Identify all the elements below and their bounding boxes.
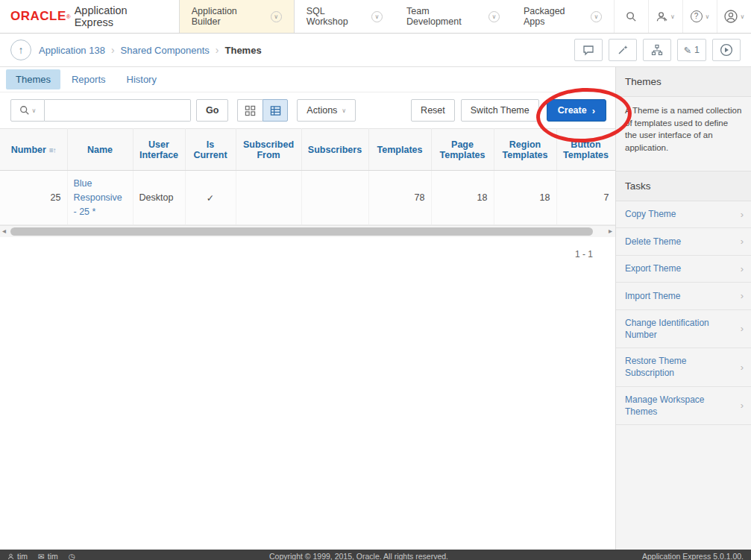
task-label: Manage Workspace Themes	[625, 394, 736, 418]
utilities-button[interactable]	[609, 39, 637, 61]
header-help-menu-button[interactable]: ? ∨	[682, 0, 717, 33]
reset-button[interactable]: Reset	[411, 99, 455, 122]
header-tab-packaged-apps[interactable]: Packaged Apps ∨	[512, 0, 614, 33]
right-sidebar: Themes A Theme is a named collection of …	[615, 67, 751, 550]
task-import-theme[interactable]: Import Theme ›	[616, 283, 751, 310]
footer-mail-name: tim	[48, 552, 58, 560]
column-header-subscribers[interactable]: Subscribers	[301, 129, 368, 171]
actions-label: Actions	[307, 105, 337, 116]
chevron-down-icon: ∨	[670, 13, 675, 20]
run-application-button[interactable]	[712, 39, 741, 61]
header-nav: Application Builder ∨ SQL Workshop ∨ Tea…	[179, 0, 614, 33]
oracle-wordmark: ORACLE	[10, 9, 66, 24]
scroll-right-arrow-icon[interactable]: ▸	[609, 227, 612, 235]
task-manage-workspace-themes[interactable]: Manage Workspace Themes ›	[616, 387, 751, 425]
scrollbar-thumb[interactable]	[10, 227, 593, 236]
feedback-button[interactable]	[574, 39, 603, 61]
cell-templates: 78	[368, 171, 431, 225]
chevron-right-icon: ›	[741, 322, 744, 336]
breadcrumb-application[interactable]: Application 138	[39, 45, 105, 56]
column-header-name[interactable]: Name	[67, 129, 133, 171]
create-button[interactable]: Create ›	[547, 99, 606, 122]
report-view-button[interactable]	[263, 99, 288, 122]
pencil-icon: ✎	[684, 45, 691, 56]
table-row: 25 Blue Responsive - 25 * Desktop ✓ 78 1…	[0, 171, 615, 225]
task-export-theme[interactable]: Export Theme ›	[616, 256, 751, 283]
footer-mail-link[interactable]: ✉ tim	[38, 552, 58, 560]
chevron-right-icon: ›	[741, 399, 744, 412]
cell-number: 25	[0, 171, 67, 225]
user-icon	[7, 553, 14, 560]
header-tab-sql-workshop[interactable]: SQL Workshop ∨	[295, 0, 395, 33]
header-search-button[interactable]	[614, 0, 648, 33]
theme-name-link[interactable]: Blue Responsive - 25 *	[74, 178, 122, 217]
search-group: ∨ Go	[10, 99, 228, 122]
task-change-identification-number[interactable]: Change Identification Number ›	[616, 310, 751, 348]
themes-report-table: Number≡↑ Name User Interface Is Current …	[0, 128, 616, 225]
header-account-menu-button[interactable]: ∨	[717, 0, 751, 33]
sidebar-about-title: Themes	[616, 67, 751, 97]
tasks-list: Copy Theme › Delete Theme › Export Theme…	[616, 201, 751, 425]
column-header-page-templates[interactable]: Page Templates	[431, 129, 494, 171]
chevron-right-icon: ›	[741, 361, 744, 374]
run-play-icon	[720, 43, 733, 57]
task-label: Delete Theme	[625, 236, 681, 248]
cell-user-interface: Desktop	[133, 171, 185, 225]
search-icon	[19, 105, 30, 116]
footer-user-name: tim	[17, 552, 28, 560]
grid-view-icon	[245, 105, 256, 116]
task-restore-theme-subscription[interactable]: Restore Theme Subscription ›	[616, 348, 751, 386]
cell-subscribed-from	[236, 171, 301, 225]
icon-view-button[interactable]	[237, 99, 263, 122]
edit-page-button[interactable]: ✎ 1	[677, 39, 706, 61]
actions-menu-button[interactable]: Actions ∨	[297, 99, 356, 122]
header-tab-application-builder[interactable]: Application Builder ∨	[179, 0, 295, 33]
up-arrow-icon: ↑	[19, 44, 24, 56]
task-copy-theme[interactable]: Copy Theme ›	[616, 201, 751, 229]
footer-session-timer[interactable]: ◷	[69, 552, 75, 560]
column-header-user-interface[interactable]: User Interface	[133, 129, 185, 171]
cell-page-templates: 18	[431, 171, 494, 225]
breadcrumb-bar: ↑ Application 138 › Shared Components › …	[0, 34, 751, 67]
tab-reports[interactable]: Reports	[62, 69, 116, 89]
task-label: Change Identification Number	[625, 317, 736, 341]
task-delete-theme[interactable]: Delete Theme ›	[616, 228, 751, 256]
tab-themes[interactable]: Themes	[6, 69, 60, 89]
header-admin-menu-button[interactable]: ∨	[648, 0, 682, 33]
page-tabs: Themes Reports History	[0, 67, 615, 92]
column-header-subscribed-from[interactable]: Subscribed From	[236, 129, 301, 171]
switch-theme-button[interactable]: Switch Theme	[461, 99, 539, 122]
footer-user-link[interactable]: tim	[7, 552, 28, 560]
search-icon	[626, 11, 637, 22]
chevron-down-icon: ∨	[741, 13, 745, 20]
header-tab-label: Team Development	[406, 6, 483, 27]
column-header-button-templates[interactable]: Button Templates	[556, 129, 615, 171]
column-header-number[interactable]: Number≡↑	[0, 129, 67, 171]
horizontal-scrollbar[interactable]: ◂ ▸	[0, 225, 615, 237]
search-column-selector[interactable]: ∨	[10, 99, 45, 122]
footer-version: Application Express 5.0.1.00.	[642, 552, 744, 560]
chevron-down-icon: ∨	[488, 11, 500, 22]
header-tab-team-development[interactable]: Team Development ∨	[395, 0, 512, 33]
wand-icon	[617, 44, 629, 56]
breadcrumb-current-page: Themes	[225, 45, 262, 56]
chevron-down-icon: ∨	[342, 107, 346, 114]
go-button[interactable]: Go	[196, 99, 228, 122]
chevron-down-icon: ∨	[706, 13, 710, 20]
breadcrumb-shared-components[interactable]: Shared Components	[121, 45, 210, 56]
page-action-buttons: ✎ 1	[574, 39, 741, 61]
column-header-templates[interactable]: Templates	[368, 129, 431, 171]
help-icon: ?	[691, 10, 703, 22]
column-header-is-current[interactable]: Is Current	[185, 129, 236, 171]
registered-mark: ®	[66, 13, 71, 20]
column-header-region-templates[interactable]: Region Templates	[494, 129, 556, 171]
chevron-right-icon: ›	[741, 235, 744, 248]
table-header-row: Number≡↑ Name User Interface Is Current …	[0, 129, 615, 171]
task-label: Export Theme	[625, 262, 681, 274]
tab-history[interactable]: History	[117, 69, 166, 89]
scroll-left-arrow-icon[interactable]: ◂	[2, 227, 6, 235]
shared-components-button[interactable]	[643, 39, 671, 61]
up-level-button[interactable]: ↑	[10, 40, 31, 60]
search-input[interactable]	[45, 99, 191, 122]
footer-copyright: Copyright © 1999, 2015, Oracle. All righ…	[75, 552, 642, 560]
